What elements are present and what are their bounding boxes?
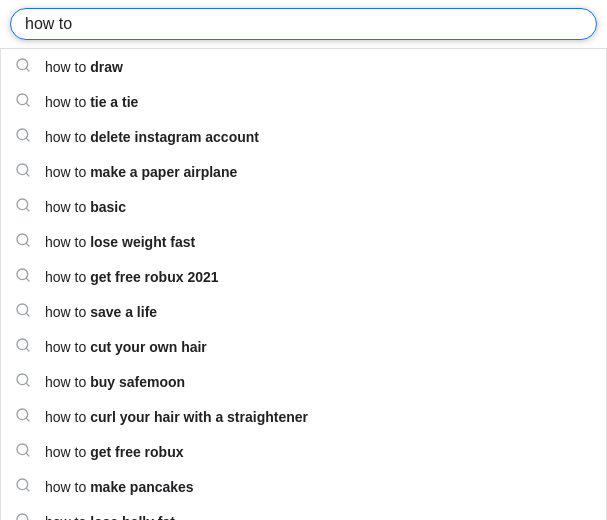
- suggestion-prefix-9: how to: [45, 339, 90, 355]
- suggestion-text-13: how to make pancakes: [45, 479, 194, 495]
- search-input-wrapper[interactable]: [10, 8, 597, 40]
- suggestion-suffix-2: tie a tie: [90, 94, 138, 110]
- suggestion-item-8[interactable]: how to save a life: [1, 294, 606, 329]
- suggestion-suffix-5: basic: [90, 199, 126, 215]
- search-suggestion-icon-1: [15, 57, 31, 76]
- suggestion-item-2[interactable]: how to tie a tie: [1, 84, 606, 119]
- suggestion-suffix-4: make a paper airplane: [90, 164, 237, 180]
- svg-line-15: [26, 313, 29, 316]
- suggestion-text-14: how to lose belly fat: [45, 514, 175, 521]
- suggestion-text-10: how to buy safemoon: [45, 374, 185, 390]
- suggestion-prefix-10: how to: [45, 374, 90, 390]
- search-suggestion-icon-9: [15, 337, 31, 356]
- suggestion-item-11[interactable]: how to curl your hair with a straightene…: [1, 399, 606, 434]
- suggestion-suffix-1: draw: [90, 59, 123, 75]
- suggestion-item-4[interactable]: how to make a paper airplane: [1, 154, 606, 189]
- search-input[interactable]: [25, 15, 582, 33]
- search-suggestion-icon-12: [15, 442, 31, 461]
- suggestion-suffix-11: curl your hair with a straightener: [90, 409, 308, 425]
- suggestion-item-10[interactable]: how to buy safemoon: [1, 364, 606, 399]
- svg-line-3: [26, 103, 29, 106]
- svg-line-19: [26, 383, 29, 386]
- suggestion-suffix-3: delete instagram account: [90, 129, 259, 145]
- search-container: how to drawhow to tie a tiehow to delete…: [0, 0, 607, 520]
- suggestion-text-5: how to basic: [45, 199, 126, 215]
- suggestion-item-14[interactable]: how to lose belly fat: [1, 504, 606, 520]
- search-suggestion-icon-3: [15, 127, 31, 146]
- suggestion-item-12[interactable]: how to get free robux: [1, 434, 606, 469]
- search-suggestion-icon-7: [15, 267, 31, 286]
- suggestion-item-1[interactable]: how to draw: [1, 49, 606, 84]
- search-suggestion-icon-4: [15, 162, 31, 181]
- suggestion-prefix-13: how to: [45, 479, 90, 495]
- suggestion-suffix-12: get free robux: [90, 444, 183, 460]
- suggestions-dropdown: how to drawhow to tie a tiehow to delete…: [0, 49, 607, 520]
- suggestion-prefix-4: how to: [45, 164, 90, 180]
- suggestion-text-8: how to save a life: [45, 304, 157, 320]
- search-suggestion-icon-11: [15, 407, 31, 426]
- suggestion-prefix-12: how to: [45, 444, 90, 460]
- svg-line-23: [26, 453, 29, 456]
- suggestion-item-6[interactable]: how to lose weight fast: [1, 224, 606, 259]
- svg-line-17: [26, 348, 29, 351]
- search-suggestion-icon-13: [15, 477, 31, 496]
- search-bar-container: [0, 0, 607, 49]
- suggestion-text-11: how to curl your hair with a straightene…: [45, 409, 308, 425]
- suggestion-prefix-14: how to: [45, 514, 90, 521]
- suggestion-prefix-2: how to: [45, 94, 90, 110]
- suggestion-text-9: how to cut your own hair: [45, 339, 207, 355]
- suggestion-text-1: how to draw: [45, 59, 123, 75]
- suggestion-suffix-8: save a life: [90, 304, 157, 320]
- suggestion-suffix-9: cut your own hair: [90, 339, 207, 355]
- suggestion-text-7: how to get free robux 2021: [45, 269, 219, 285]
- suggestion-suffix-6: lose weight fast: [90, 234, 195, 250]
- suggestion-suffix-14: lose belly fat: [90, 514, 175, 521]
- svg-line-21: [26, 418, 29, 421]
- suggestion-text-4: how to make a paper airplane: [45, 164, 237, 180]
- suggestion-text-6: how to lose weight fast: [45, 234, 195, 250]
- suggestion-item-5[interactable]: how to basic: [1, 189, 606, 224]
- svg-line-9: [26, 208, 29, 211]
- svg-line-11: [26, 243, 29, 246]
- suggestion-suffix-13: make pancakes: [90, 479, 194, 495]
- suggestion-prefix-7: how to: [45, 269, 90, 285]
- suggestion-item-9[interactable]: how to cut your own hair: [1, 329, 606, 364]
- suggestion-text-2: how to tie a tie: [45, 94, 138, 110]
- suggestion-item-7[interactable]: how to get free robux 2021: [1, 259, 606, 294]
- suggestion-prefix-11: how to: [45, 409, 90, 425]
- search-suggestion-icon-5: [15, 197, 31, 216]
- suggestion-item-3[interactable]: how to delete instagram account: [1, 119, 606, 154]
- suggestion-suffix-7: get free robux 2021: [90, 269, 218, 285]
- svg-line-7: [26, 173, 29, 176]
- suggestion-prefix-3: how to: [45, 129, 90, 145]
- suggestion-prefix-6: how to: [45, 234, 90, 250]
- svg-line-25: [26, 488, 29, 491]
- search-suggestion-icon-10: [15, 372, 31, 391]
- search-suggestion-icon-8: [15, 302, 31, 321]
- svg-point-26: [17, 514, 28, 520]
- svg-line-13: [26, 278, 29, 281]
- search-suggestion-icon-2: [15, 92, 31, 111]
- search-suggestion-icon-6: [15, 232, 31, 251]
- svg-line-5: [26, 138, 29, 141]
- suggestion-prefix-8: how to: [45, 304, 90, 320]
- suggestion-prefix-1: how to: [45, 59, 90, 75]
- suggestion-suffix-10: buy safemoon: [90, 374, 185, 390]
- suggestion-text-12: how to get free robux: [45, 444, 184, 460]
- suggestion-item-13[interactable]: how to make pancakes: [1, 469, 606, 504]
- search-suggestion-icon-14: [15, 512, 31, 520]
- suggestions-list: how to drawhow to tie a tiehow to delete…: [1, 49, 606, 520]
- suggestion-text-3: how to delete instagram account: [45, 129, 259, 145]
- svg-line-1: [26, 68, 29, 71]
- suggestion-prefix-5: how to: [45, 199, 90, 215]
